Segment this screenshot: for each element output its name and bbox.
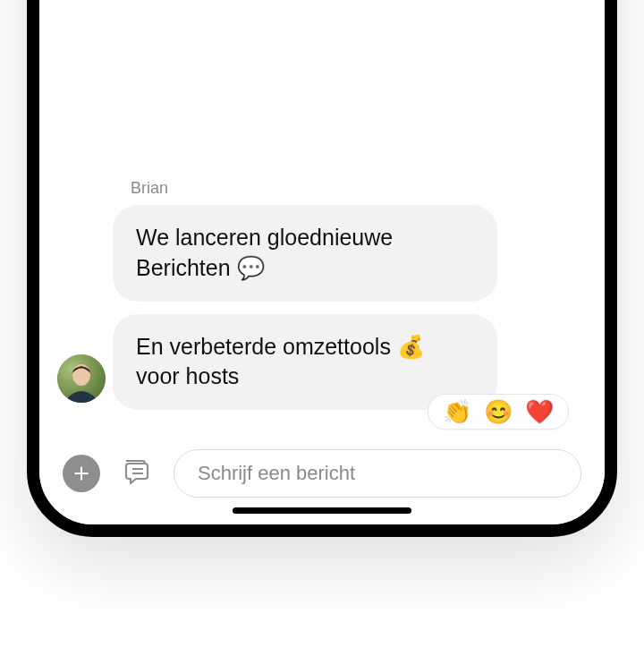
- home-indicator[interactable]: [233, 507, 411, 514]
- avatar-container: [57, 354, 113, 410]
- message-input-container[interactable]: [174, 449, 581, 498]
- composer-bar: [39, 449, 605, 498]
- saved-replies-button[interactable]: [118, 455, 156, 492]
- add-button[interactable]: [63, 455, 100, 492]
- sender-avatar[interactable]: [57, 354, 106, 403]
- message-list: Brian We lanceren gloednieuwe Berichten …: [39, 179, 605, 410]
- add-icon: [72, 464, 90, 482]
- saved-replies-icon: [121, 457, 153, 490]
- reaction-emoji[interactable]: ❤️: [525, 400, 554, 423]
- message-bubble[interactable]: We lanceren gloednieuwe Berichten 💬: [113, 205, 497, 302]
- message-row: We lanceren gloednieuwe Berichten 💬: [57, 205, 587, 302]
- chat-screen: Brian We lanceren gloednieuwe Berichten …: [39, 0, 605, 524]
- message-row: En verbeterde omzettools 💰 voor hosts 👏 …: [57, 314, 587, 411]
- phone-frame: Brian We lanceren gloednieuwe Berichten …: [27, 0, 617, 537]
- avatar-face-icon: [57, 354, 106, 403]
- sender-name: Brian: [131, 179, 587, 198]
- reaction-emoji[interactable]: 👏: [443, 400, 471, 423]
- message-input[interactable]: [198, 462, 557, 485]
- reaction-emoji[interactable]: 😊: [484, 400, 513, 423]
- reaction-bar[interactable]: 👏 😊 ❤️: [428, 394, 569, 430]
